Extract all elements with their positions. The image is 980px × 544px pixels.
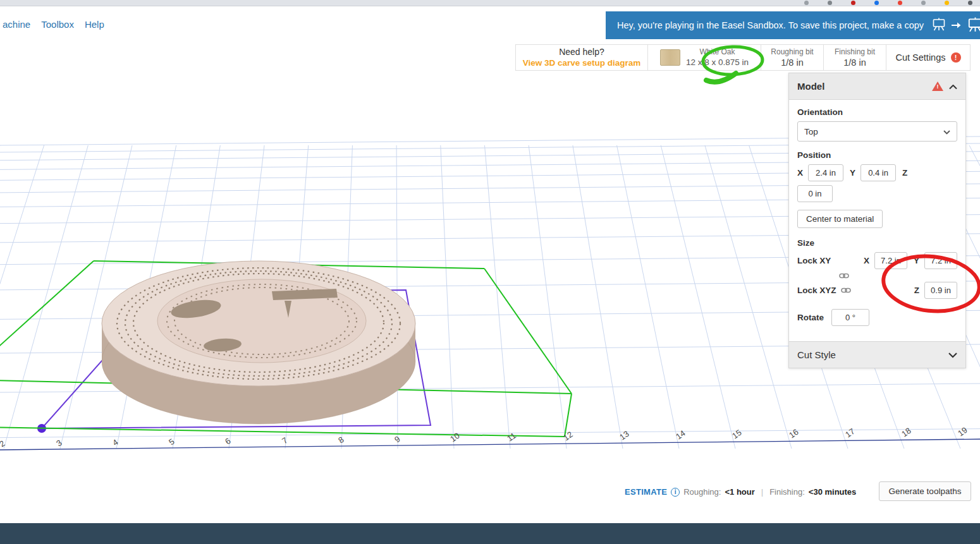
cut-style-section[interactable]: Cut Style bbox=[789, 341, 965, 368]
size-label: Size bbox=[797, 238, 957, 248]
link-xy-toggle[interactable] bbox=[839, 272, 849, 279]
make-a-copy-action[interactable] bbox=[931, 17, 980, 34]
browser-extension-icon[interactable] bbox=[804, 1, 809, 5]
model-panel-title: Model bbox=[797, 81, 926, 92]
position-z-label: Z bbox=[902, 168, 907, 178]
size-z-input[interactable] bbox=[924, 282, 957, 299]
cut-settings-label: Cut Settings bbox=[896, 52, 946, 63]
browser-extension-icon[interactable] bbox=[898, 1, 902, 5]
rotate-label: Rotate bbox=[797, 313, 824, 322]
sandbox-banner-text: Hey, you're playing in the Easel Sandbox… bbox=[617, 20, 924, 30]
need-help-text: Need help? bbox=[559, 47, 604, 57]
easel-icon bbox=[931, 18, 946, 33]
svg-text:7: 7 bbox=[280, 435, 290, 445]
roughing-bit-value: 1/8 in bbox=[781, 57, 803, 68]
chevron-up-icon[interactable] bbox=[949, 81, 957, 92]
material-selector[interactable]: White Oak 12 x 8 x 0.875 in bbox=[647, 44, 761, 71]
svg-text:15: 15 bbox=[730, 428, 743, 441]
position-y-input[interactable] bbox=[861, 164, 896, 181]
finishing-time-value: <30 minutes bbox=[809, 487, 857, 497]
browser-extension-icon[interactable] bbox=[828, 1, 832, 5]
orientation-label: Orientation bbox=[797, 107, 957, 117]
material-thickness: 0.875 in bbox=[718, 57, 749, 67]
browser-profile-icon[interactable] bbox=[968, 1, 972, 5]
svg-text:10: 10 bbox=[448, 431, 461, 444]
position-z-input[interactable] bbox=[797, 185, 833, 202]
position-x-input[interactable] bbox=[808, 164, 843, 181]
easel-app-window: achine Toolbox Help Hey, you're playing … bbox=[0, 0, 980, 544]
browser-extension-icon[interactable] bbox=[874, 1, 879, 5]
model-panel-header[interactable]: Model ! bbox=[789, 73, 965, 100]
warning-icon: ! bbox=[951, 52, 961, 63]
svg-text:18: 18 bbox=[900, 426, 912, 439]
browser-extension-icon[interactable] bbox=[945, 1, 949, 5]
model-cribbage-board[interactable] bbox=[102, 261, 415, 424]
browser-strip bbox=[0, 0, 980, 6]
browser-extension-icon[interactable] bbox=[851, 1, 855, 5]
model-panel: Model ! Orientation Top Position X Y Z C… bbox=[788, 73, 966, 368]
cut-style-label: Cut Style bbox=[797, 349, 836, 360]
generate-toolpaths-button[interactable]: Generate toolpaths bbox=[879, 481, 971, 501]
menu-items: achine Toolbox Help bbox=[3, 19, 104, 30]
svg-text:14: 14 bbox=[674, 428, 687, 442]
roughing-bit-selector[interactable]: Roughing bit 1/8 in bbox=[761, 44, 824, 71]
material-dims: 12 x 8 x bbox=[686, 57, 716, 67]
svg-text:12: 12 bbox=[561, 430, 574, 443]
material-swatch bbox=[660, 49, 680, 66]
size-y-input[interactable] bbox=[924, 252, 957, 269]
position-y-label: Y bbox=[850, 168, 855, 178]
size-x-label: X bbox=[864, 256, 869, 265]
view-setup-diagram-link[interactable]: View 3D carve setup diagram bbox=[523, 57, 641, 68]
info-icon[interactable]: i bbox=[671, 488, 680, 497]
cut-settings-button[interactable]: Cut Settings ! bbox=[886, 44, 971, 71]
lock-xy-label: Lock XY bbox=[797, 256, 842, 265]
svg-text:6: 6 bbox=[223, 436, 233, 446]
size-x-input[interactable] bbox=[874, 252, 907, 269]
chevron-down-icon bbox=[948, 349, 957, 361]
finishing-bit-label: Finishing bit bbox=[835, 47, 875, 57]
arrow-right-icon bbox=[952, 20, 961, 30]
svg-text:5: 5 bbox=[167, 437, 176, 447]
sandbox-banner: Hey, you're playing in the Easel Sandbox… bbox=[606, 11, 980, 39]
menu-item-help[interactable]: Help bbox=[85, 19, 104, 30]
chevron-down-icon bbox=[943, 127, 950, 136]
finishing-bit-selector[interactable]: Finishing bit 1/8 in bbox=[823, 44, 886, 71]
svg-text:17: 17 bbox=[843, 426, 856, 440]
finishing-bit-value: 1/8 in bbox=[843, 57, 866, 68]
axis-line bbox=[0, 439, 980, 450]
easel-icon bbox=[966, 17, 980, 34]
svg-text:11: 11 bbox=[505, 430, 518, 443]
roughing-time-label: Roughing: bbox=[683, 487, 721, 497]
footer-bar bbox=[0, 523, 980, 544]
carve-setup-toolbar: Need help? View 3D carve setup diagram W… bbox=[516, 44, 971, 71]
center-to-material-button[interactable]: Center to material bbox=[797, 210, 883, 228]
model-panel-body: Orientation Top Position X Y Z Center to… bbox=[789, 100, 965, 341]
browser-toolbar-icons[interactable] bbox=[804, 1, 972, 5]
lock-xyz-label: Lock XYZ bbox=[797, 286, 836, 295]
warning-triangle-icon: ! bbox=[932, 82, 943, 91]
svg-text:16: 16 bbox=[787, 427, 800, 440]
orientation-value: Top bbox=[804, 127, 818, 136]
position-x-label: X bbox=[797, 168, 803, 178]
menu-item-machine[interactable]: achine bbox=[3, 19, 30, 30]
size-y-label: Y bbox=[914, 256, 919, 265]
orientation-select[interactable]: Top bbox=[797, 121, 957, 142]
estimate-label: ESTIMATE bbox=[625, 487, 667, 497]
browser-extension-icon[interactable] bbox=[921, 1, 926, 5]
link-xyz-toggle[interactable] bbox=[841, 287, 851, 294]
material-name: White Oak bbox=[699, 47, 735, 57]
svg-text:19: 19 bbox=[956, 425, 969, 438]
size-z-label: Z bbox=[914, 286, 919, 295]
svg-text:8: 8 bbox=[336, 435, 346, 445]
axis-labels: 2 3 4 5 6 7 8 9 10 11 12 13 14 15 16 17 … bbox=[0, 425, 969, 449]
menubar: achine Toolbox Help Hey, you're playing … bbox=[0, 6, 980, 39]
svg-text:9: 9 bbox=[393, 434, 402, 444]
help-cell: Need help? View 3D carve setup diagram bbox=[515, 44, 648, 71]
roughing-time-value: <1 hour bbox=[725, 487, 754, 497]
svg-text:2: 2 bbox=[0, 438, 7, 449]
rotate-input[interactable] bbox=[831, 309, 869, 326]
menu-item-toolbox[interactable]: Toolbox bbox=[41, 19, 74, 30]
separator: | bbox=[761, 487, 763, 497]
position-label: Position bbox=[797, 150, 957, 160]
link-icon bbox=[839, 272, 849, 279]
